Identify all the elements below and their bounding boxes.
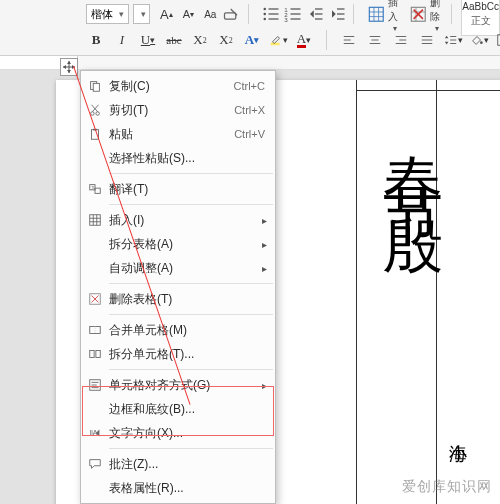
svg-rect-80 — [96, 351, 100, 358]
ctx-label: 翻译(T) — [109, 181, 275, 198]
svg-point-60 — [91, 112, 95, 116]
outdent-button[interactable] — [305, 4, 325, 24]
svg-point-4 — [263, 13, 266, 16]
eraser-icon — [222, 4, 242, 24]
svg-text:文: 文 — [91, 185, 95, 190]
increase-font-button[interactable]: A▴ — [156, 4, 176, 24]
subscript-button[interactable]: X2 — [190, 30, 210, 50]
ctx-insert[interactable]: 插入(I) ▸ — [81, 208, 275, 232]
svg-marker-56 — [63, 65, 66, 69]
separator — [109, 369, 273, 370]
ctx-delete-table[interactable]: 删除表格(T) — [81, 287, 275, 311]
indent-icon — [327, 4, 347, 24]
merge-cells-icon — [88, 323, 102, 337]
ribbon: 楷体 ▾ ▾ A▴ A▾ Aa 123 — [0, 0, 500, 56]
chevron-down-icon: ▾ — [141, 9, 146, 19]
chevron-down-icon: ▾ — [484, 35, 489, 45]
decrease-font-button[interactable]: A▾ — [178, 4, 198, 24]
change-case-button[interactable]: Aa — [200, 4, 220, 24]
chevron-down-icon: ▾ — [254, 35, 259, 45]
svg-rect-0 — [225, 13, 236, 19]
table-delete-icon — [409, 2, 428, 26]
separator — [109, 204, 273, 205]
align-left-button[interactable] — [339, 30, 359, 50]
ctx-label: 插入(I) — [109, 212, 275, 229]
ctx-split-table[interactable]: 拆分表格(A) ▸ — [81, 232, 275, 256]
ctx-table-props[interactable]: 表格属性(R)... — [81, 476, 275, 500]
bullets-button[interactable] — [261, 4, 281, 24]
style-caption: 正文 — [471, 14, 491, 28]
table-insert-icon — [367, 2, 386, 26]
annotation-highlight-box — [82, 386, 274, 436]
align-center-button[interactable] — [365, 30, 385, 50]
font-name-select[interactable]: 楷体 ▾ — [86, 4, 129, 24]
chevron-down-icon: ▾ — [458, 35, 463, 45]
style-sample: AaBbCc — [462, 1, 499, 12]
ctx-paste[interactable]: 粘贴 Ctrl+V — [81, 122, 275, 146]
watermark: 爱创库知识网 — [402, 478, 492, 496]
separator — [326, 30, 327, 50]
ctx-paste-special[interactable]: 选择性粘贴(S)... — [81, 146, 275, 170]
svg-line-62 — [92, 105, 98, 112]
submenu-arrow-icon: ▸ — [262, 263, 267, 274]
ctx-translate[interactable]: 文 翻译(T) — [81, 177, 275, 201]
align-justify-button[interactable] — [417, 30, 437, 50]
numbering-button[interactable]: 123 — [283, 4, 303, 24]
paint-bucket-icon — [470, 33, 484, 47]
ctx-merge-cells[interactable]: 合并单元格(M) — [81, 318, 275, 342]
svg-rect-67 — [95, 188, 100, 193]
svg-text:3: 3 — [284, 16, 288, 23]
ribbon-row-2: B I U▾ abc X2 X2 A▾ ▾ A▾ ▾ ▾ ▾ — [0, 28, 500, 52]
ctx-label: 表格属性(R)... — [109, 480, 275, 497]
svg-point-6 — [263, 18, 266, 21]
indent-button[interactable] — [327, 4, 347, 24]
font-color-button[interactable]: A▾ — [294, 30, 314, 50]
split-cells-icon — [88, 347, 102, 361]
ctx-shortcut: Ctrl+X — [234, 104, 265, 116]
svg-marker-46 — [444, 42, 448, 45]
text-effects-button[interactable]: A▾ — [242, 30, 262, 50]
underline-button[interactable]: U▾ — [138, 30, 158, 50]
font-name-value: 楷体 — [91, 7, 113, 22]
svg-line-63 — [92, 105, 98, 112]
submenu-arrow-icon: ▸ — [262, 215, 267, 226]
ctx-shortcut: Ctrl+C — [234, 80, 265, 92]
svg-rect-79 — [90, 351, 94, 358]
svg-marker-18 — [332, 10, 336, 18]
svg-marker-55 — [67, 70, 71, 73]
ctx-cut[interactable]: 剪切(T) Ctrl+X — [81, 98, 275, 122]
separator — [109, 173, 273, 174]
separator — [109, 448, 273, 449]
svg-point-50 — [480, 41, 483, 44]
ctx-label: 删除表格(T) — [109, 291, 275, 308]
svg-point-2 — [263, 8, 266, 11]
line-spacing-button[interactable]: ▾ — [443, 30, 463, 50]
strikethrough-button[interactable]: abc — [164, 30, 184, 50]
font-size-select[interactable]: ▾ — [133, 4, 151, 24]
shading-button[interactable]: ▾ — [469, 30, 489, 50]
align-right-button[interactable] — [391, 30, 411, 50]
ctx-comment[interactable]: 批注(Z)... — [81, 452, 275, 476]
document-text-column-1[interactable]: 春节殷 — [372, 108, 453, 198]
bold-button[interactable]: B — [86, 30, 106, 50]
clear-formatting-button[interactable] — [222, 4, 242, 24]
superscript-button[interactable]: X2 — [216, 30, 236, 50]
svg-point-61 — [96, 112, 100, 116]
numbering-icon: 123 — [283, 4, 303, 24]
chevron-down-icon: ▾ — [119, 9, 124, 19]
align-left-icon — [342, 33, 356, 47]
ctx-label: 合并单元格(M) — [109, 322, 275, 339]
ctx-autofit[interactable]: 自动调整(A) ▸ — [81, 256, 275, 280]
ctx-label: 自动调整(A) — [109, 260, 275, 277]
ctx-copy[interactable]: 复制(C) Ctrl+C — [81, 74, 275, 98]
highlight-button[interactable]: ▾ — [268, 30, 288, 50]
italic-button[interactable]: I — [112, 30, 132, 50]
table-border — [356, 90, 500, 91]
svg-marker-54 — [67, 61, 71, 64]
ctx-label: 批注(Z)... — [109, 456, 275, 473]
copy-icon — [88, 79, 102, 93]
borders-button[interactable]: ▾ — [495, 30, 500, 50]
svg-rect-22 — [369, 7, 383, 21]
highlight-icon — [269, 33, 283, 47]
ctx-split-cells[interactable]: 拆分单元格(T)... — [81, 342, 275, 366]
